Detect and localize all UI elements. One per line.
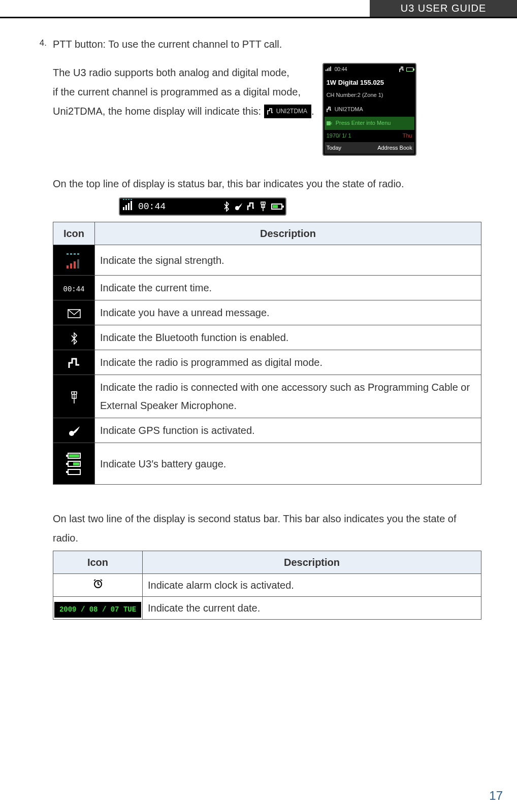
time-desc: Indicate the current time. bbox=[95, 276, 481, 300]
sb-gps-icon bbox=[234, 201, 244, 212]
rs-enter-icon bbox=[327, 121, 333, 126]
svg-rect-2 bbox=[329, 67, 330, 71]
message-desc: Indicate you have a unread message. bbox=[95, 300, 481, 325]
message-icon bbox=[53, 300, 95, 325]
bluetooth-icon bbox=[53, 325, 95, 350]
svg-rect-15 bbox=[70, 263, 72, 268]
page-content: 4. PTT button: To use the current channe… bbox=[0, 18, 517, 620]
page-header: U3 USER GUIDE bbox=[0, 0, 517, 18]
date-icon: 2009 / 08 / 07 TUE bbox=[53, 597, 143, 620]
digital-desc: Indicate the radio is programmed as digi… bbox=[95, 350, 481, 375]
battery-icon bbox=[53, 443, 95, 485]
svg-rect-21 bbox=[77, 253, 79, 255]
uni2tdma-chip-label: UNI2TDMA bbox=[276, 106, 307, 117]
signal-desc: Indicate the signal strength. bbox=[95, 245, 481, 276]
rs-day: Thu bbox=[403, 131, 412, 141]
radio-screen-image: 00:44 1W Digital 155.025 CH Number:2 (Zo… bbox=[322, 63, 416, 156]
t2-head-icon: Icon bbox=[53, 551, 143, 574]
uni2tdma-chip: UNI2TDMA bbox=[264, 105, 311, 118]
alarm-icon bbox=[53, 574, 143, 597]
svg-rect-16 bbox=[74, 261, 76, 268]
t1-head-desc: Description bbox=[95, 222, 481, 245]
gps-icon bbox=[53, 418, 95, 443]
digital-icon bbox=[53, 350, 95, 375]
sb-time: 00:44 bbox=[138, 198, 166, 215]
digital-line3b: . bbox=[311, 106, 314, 117]
list-text: PTT button: To use the current channel t… bbox=[53, 35, 481, 54]
gps-desc: Indicate GPS function is activated. bbox=[95, 418, 481, 443]
battery-desc: Indicate U3′s battery gauge. bbox=[95, 443, 481, 485]
svg-rect-17 bbox=[77, 259, 79, 268]
digital-mode-paragraph: The U3 radio supports both analog and di… bbox=[53, 63, 314, 121]
rs-hint: Press Enter into Menu bbox=[336, 118, 391, 128]
svg-rect-4 bbox=[327, 121, 331, 125]
svg-rect-6 bbox=[125, 205, 127, 210]
svg-rect-14 bbox=[67, 265, 69, 268]
t1-head-icon: Icon bbox=[53, 222, 95, 245]
digital-pulse-icon bbox=[267, 108, 273, 115]
svg-rect-11 bbox=[128, 199, 130, 200]
second-status-intro: On last two line of the display is secon… bbox=[53, 509, 481, 548]
rs-signal-icon bbox=[326, 65, 333, 74]
svg-rect-12 bbox=[131, 199, 132, 200]
page-number: 17 bbox=[489, 789, 503, 803]
digital-line1: The U3 radio supports both analog and di… bbox=[53, 67, 289, 78]
status-icon-table: Icon Description Indicate the signal str… bbox=[53, 222, 481, 485]
t2-head-desc: Description bbox=[143, 551, 481, 574]
svg-rect-7 bbox=[128, 203, 130, 210]
sb-digital-icon bbox=[246, 201, 256, 212]
header-title: U3 USER GUIDE bbox=[370, 0, 517, 17]
status-bar-image: 00:44 bbox=[119, 197, 286, 216]
status-bar-intro: On the top line of display is status bar… bbox=[53, 174, 481, 193]
digital-mode-block: The U3 radio supports both analog and di… bbox=[36, 54, 481, 156]
digital-line3a: Uni2TDMA, the home display will indicate… bbox=[53, 106, 261, 117]
signal-icon bbox=[53, 245, 95, 276]
digital-line2: if the current channel is programmed as … bbox=[53, 86, 301, 97]
svg-rect-9 bbox=[123, 199, 124, 200]
sb-accessory-icon bbox=[258, 201, 268, 212]
svg-rect-3 bbox=[330, 66, 331, 71]
rs-mode: UNI2TDMA bbox=[335, 105, 363, 115]
svg-rect-18 bbox=[67, 253, 69, 255]
rs-time: 00:44 bbox=[335, 65, 347, 74]
rs-date: 1970/ 1/ 1 bbox=[327, 131, 351, 141]
date-desc: Indicate the current date. bbox=[143, 597, 481, 620]
svg-rect-19 bbox=[70, 253, 72, 255]
rs-mode-icon bbox=[327, 107, 332, 113]
date-chip-text: 2009 / 08 / 07 TUE bbox=[54, 602, 141, 618]
sb-signal-icon bbox=[123, 197, 134, 216]
sb-battery-icon bbox=[271, 204, 282, 210]
svg-rect-0 bbox=[326, 70, 327, 71]
list-item-4: 4. PTT button: To use the current channe… bbox=[36, 35, 481, 54]
svg-rect-8 bbox=[131, 201, 132, 210]
svg-point-23 bbox=[69, 431, 74, 436]
bluetooth-desc: Indicate the Bluetooth function is enabl… bbox=[95, 325, 481, 350]
rs-softkey-right: Address Book bbox=[377, 143, 412, 153]
sb-bluetooth-icon bbox=[221, 201, 232, 212]
status-bar-section: On the top line of display is status bar… bbox=[36, 156, 481, 620]
accessory-icon bbox=[53, 375, 95, 418]
svg-rect-1 bbox=[327, 69, 328, 71]
rs-softkey-left: Today bbox=[327, 143, 341, 153]
rs-channel: CH Number:2 (Zone 1) bbox=[325, 90, 414, 103]
svg-rect-20 bbox=[74, 253, 76, 255]
list-number: 4. bbox=[36, 35, 47, 54]
rs-battery-icon bbox=[406, 67, 413, 72]
accessory-desc: Indicate the radio is connected with one… bbox=[95, 375, 481, 418]
second-status-table: Icon Description Indicate alarm clock is… bbox=[53, 551, 481, 620]
alarm-desc: Indicate alarm clock is activated. bbox=[143, 574, 481, 597]
svg-rect-5 bbox=[123, 207, 124, 210]
time-icon: 00:44 bbox=[53, 276, 95, 300]
rs-title: 1W Digital 155.025 bbox=[325, 75, 414, 90]
svg-rect-10 bbox=[125, 199, 127, 200]
rs-digital-icon bbox=[399, 66, 404, 73]
